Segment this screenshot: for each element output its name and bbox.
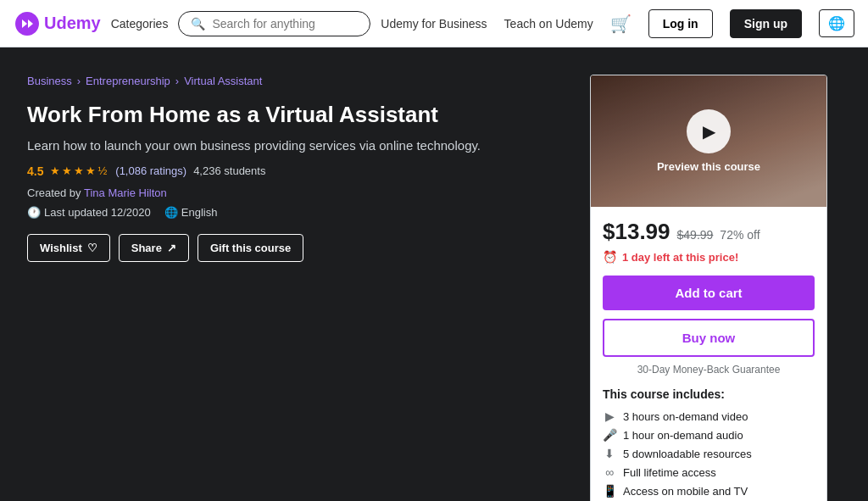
includes-lifetime-text: Full lifetime access <box>623 466 716 479</box>
breadcrumb-virtualassistant[interactable]: Virtual Assistant <box>184 75 262 87</box>
nav-business[interactable]: Udemy for Business <box>381 17 487 31</box>
star-icons: ★★★★½ <box>50 164 108 177</box>
clock-icon: 🕐 <box>27 206 41 219</box>
includes-audio-text: 1 hour on-demand audio <box>623 429 743 442</box>
rating-row: 4.5 ★★★★½ (1,086 ratings) 4,236 students <box>27 164 570 178</box>
hero-section: Business › Entrepreneurship › Virtual As… <box>0 47 868 501</box>
preview-label: Preview this course <box>657 160 760 173</box>
gift-label: Gift this course <box>210 242 291 254</box>
globe-icon: 🌐 <box>164 206 178 219</box>
course-subtitle: Learn how to launch your own business pr… <box>27 138 570 153</box>
breadcrumb-sep-1: › <box>77 75 81 87</box>
search-icon: 🔍 <box>191 17 205 31</box>
action-row: Wishlist ♡ Share ↗ Gift this course <box>27 234 570 262</box>
rating-score: 4.5 <box>27 164 43 178</box>
includes-title: This course includes: <box>603 387 815 401</box>
mobile-icon: 📱 <box>603 484 616 498</box>
video-icon: ▶ <box>603 409 616 423</box>
meta-row: 🕐 Last updated 12/2020 🌐 English <box>27 206 570 219</box>
includes-item-mobile: 📱 Access on mobile and TV <box>603 484 815 498</box>
heart-icon: ♡ <box>87 242 97 254</box>
includes-item-video: ▶ 3 hours on-demand video <box>603 409 815 423</box>
guarantee-text: 30-Day Money-Back Guarantee <box>603 364 815 376</box>
includes-downloads-text: 5 downloadable resources <box>623 448 752 460</box>
search-bar: 🔍 <box>178 11 370 36</box>
gift-button[interactable]: Gift this course <box>198 234 303 262</box>
add-to-cart-button[interactable]: Add to cart <box>603 276 815 310</box>
creator-link[interactable]: Tina Marie Hilton <box>84 186 167 199</box>
hero-content: Business › Entrepreneurship › Virtual As… <box>27 75 570 501</box>
includes-item-lifetime: ∞ Full lifetime access <box>603 465 815 479</box>
share-button[interactable]: Share ↗ <box>119 234 189 262</box>
infinity-icon: ∞ <box>603 465 616 479</box>
rating-count: (1,086 ratings) <box>115 164 186 177</box>
card-body: $13.99 $49.99 72% off ⏰ 1 day left at th… <box>591 207 826 501</box>
udemy-logo-text: Udemy <box>44 14 101 33</box>
preview-overlay: ▶ Preview this course <box>591 75 826 207</box>
breadcrumb: Business › Entrepreneurship › Virtual As… <box>27 75 570 87</box>
timer-row: ⏰ 1 day left at this price! <box>603 250 815 264</box>
alarm-icon: ⏰ <box>603 250 617 264</box>
updated-label: Last updated 12/2020 <box>44 206 151 219</box>
includes-list: ▶ 3 hours on-demand video 🎤 1 hour on-de… <box>603 409 815 501</box>
nav-links: Udemy for Business Teach on Udemy 🛒 Log … <box>381 9 854 38</box>
student-count: 4,236 students <box>193 164 265 177</box>
course-preview[interactable]: ▶ Preview this course <box>591 75 826 207</box>
timer-text: 1 day left at this price! <box>622 251 738 264</box>
share-label: Share <box>131 242 162 254</box>
includes-mobile-text: Access on mobile and TV <box>623 485 748 498</box>
course-card: ▶ Preview this course $13.99 $49.99 72% … <box>590 75 827 501</box>
price-row: $13.99 $49.99 72% off <box>603 219 815 245</box>
nav-teach[interactable]: Teach on Udemy <box>504 17 593 31</box>
udemy-logo-icon <box>14 10 41 37</box>
wishlist-button[interactable]: Wishlist ♡ <box>27 234 110 262</box>
price-current: $13.99 <box>603 219 670 245</box>
includes-item-audio: 🎤 1 hour on-demand audio <box>603 428 815 442</box>
language-label: English <box>181 206 218 219</box>
categories-button[interactable]: Categories <box>111 17 169 31</box>
signup-button[interactable]: Sign up <box>730 9 802 38</box>
breadcrumb-business[interactable]: Business <box>27 75 72 87</box>
logo[interactable]: Udemy <box>14 10 101 37</box>
price-discount: 72% off <box>720 228 760 242</box>
login-button[interactable]: Log in <box>648 9 713 38</box>
share-icon: ↗ <box>167 242 176 254</box>
buy-now-button[interactable]: Buy now <box>603 319 815 357</box>
includes-item-downloads: ⬇ 5 downloadable resources <box>603 447 815 460</box>
language-button[interactable]: 🌐 <box>819 9 854 37</box>
cart-icon[interactable]: 🛒 <box>610 14 632 34</box>
breadcrumb-sep-2: › <box>175 75 179 87</box>
includes-video-text: 3 hours on-demand video <box>623 410 748 423</box>
audio-icon: 🎤 <box>603 428 616 442</box>
search-input[interactable] <box>212 17 358 31</box>
wishlist-label: Wishlist <box>40 242 82 254</box>
navbar: Udemy Categories 🔍 Udemy for Business Te… <box>0 0 868 47</box>
creator-prefix: Created by <box>27 186 81 199</box>
meta-language: 🌐 English <box>164 206 218 219</box>
meta-updated: 🕐 Last updated 12/2020 <box>27 206 151 219</box>
course-title: Work From Home as a Virtual Assistant <box>27 101 570 130</box>
price-original: $49.99 <box>677 228 714 242</box>
creator-row: Created by Tina Marie Hilton <box>27 186 570 199</box>
breadcrumb-entrepreneurship[interactable]: Entrepreneurship <box>86 75 170 87</box>
download-icon: ⬇ <box>603 447 616 460</box>
play-button[interactable]: ▶ <box>687 109 731 153</box>
